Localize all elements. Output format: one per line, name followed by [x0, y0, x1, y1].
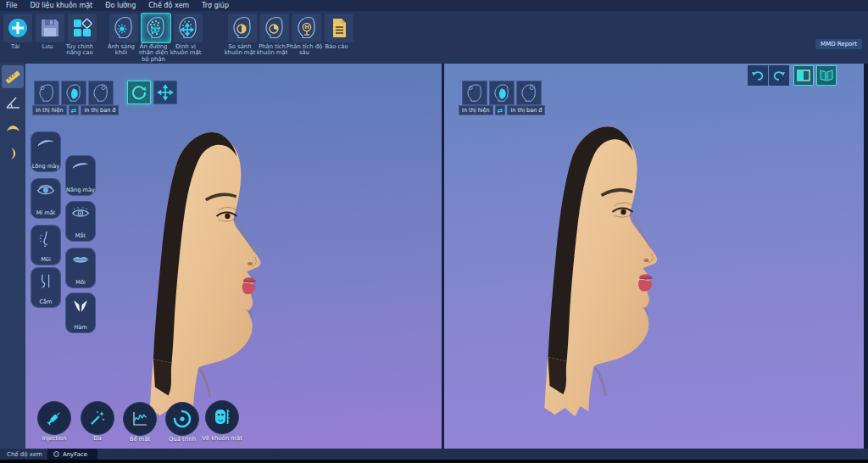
process-tool-button[interactable]	[165, 402, 199, 436]
menu-view-mode[interactable]: Chế độ xem	[148, 2, 189, 9]
feature-eye-button[interactable]: Mắt	[65, 201, 96, 242]
face-position-button[interactable]: Định vị khuôn mặt	[173, 14, 203, 63]
chin-icon	[37, 272, 54, 291]
swap-display-icon[interactable]: ⇄	[495, 105, 506, 115]
anyface-app-window: File Dữ liệu khuôn mặt Đo lường Chế độ x…	[0, 0, 868, 463]
face-compare-icon	[231, 15, 254, 41]
magic-wand-icon	[88, 409, 107, 427]
compare-face-button[interactable]: So sánh khuôn mặt	[227, 14, 257, 57]
jaw-icon	[70, 298, 91, 315]
report-button[interactable]: Báo cáo	[324, 14, 353, 57]
book-view-button[interactable]	[816, 65, 837, 86]
arc-measure-icon	[4, 120, 21, 137]
redo-button[interactable]	[769, 65, 789, 86]
rotate-tool-button[interactable]	[127, 81, 151, 104]
face-view-left-button[interactable]	[34, 81, 59, 105]
viewport-original[interactable]: In thị hiện ⇄ In thị ban đ	[444, 64, 864, 449]
feature-jaw-button[interactable]: Hàm	[65, 293, 96, 333]
toolbar-group-analysis: So sánh khuôn mặt Phân tích khuôn mặt H	[227, 14, 353, 57]
eyelid-icon	[36, 183, 56, 197]
feature-brow-lift-button[interactable]: Nâng mày	[65, 155, 96, 196]
skin-tool-button[interactable]	[81, 401, 114, 435]
main-toolbar: Tải Lưu Tùy chỉnh nâng cao	[0, 11, 868, 66]
mmd-report-button[interactable]: MMD Report	[815, 39, 862, 49]
split-view-icon	[796, 69, 811, 82]
report-document-icon	[328, 16, 350, 40]
ruler-icon	[4, 69, 21, 86]
menu-file[interactable]: File	[6, 2, 17, 9]
profile-right-icon	[519, 83, 539, 103]
face-view-right-button[interactable]	[88, 81, 114, 105]
face-view-left-button[interactable]	[462, 81, 487, 105]
split-view-button[interactable]	[793, 65, 814, 86]
face-view-toggle-group	[462, 81, 542, 105]
menu-help[interactable]: Trợ giúp	[202, 2, 229, 9]
menu-face-data[interactable]: Dữ liệu khuôn mặt	[30, 2, 92, 9]
menu-measure[interactable]: Đo lường	[105, 2, 136, 9]
undo-icon	[750, 69, 765, 82]
viewport-current[interactable]: In thị hiện ⇄ In thị ban đ	[25, 64, 442, 449]
toolbar-group-file: Tải Lưu Tùy chỉnh nâng cao	[3, 14, 97, 57]
advanced-custom-button[interactable]: Tùy chỉnh nâng cao	[67, 14, 97, 57]
eyebrow-icon	[36, 137, 56, 148]
ruler-tool-button[interactable]	[2, 65, 24, 88]
volume-lighting-button[interactable]: Ánh sáng khối	[108, 14, 138, 63]
face-front-active-icon	[492, 83, 512, 103]
swap-display-icon[interactable]: ⇄	[69, 105, 80, 115]
face-draw-label: Vẽ khuôn mặt	[198, 435, 246, 442]
feature-nose-button[interactable]: Mũi	[31, 225, 61, 265]
face-front-active-icon	[64, 83, 84, 103]
save-floppy-icon	[39, 17, 61, 39]
feature-lips-button[interactable]: Môi	[65, 248, 96, 288]
profile-left-icon	[36, 83, 57, 103]
feature-eyelid-button[interactable]: Mí mắt	[31, 178, 61, 219]
main-workspace: In thị hiện ⇄ In thị ban đ	[0, 64, 868, 449]
menu-bar: File Dữ liệu khuôn mặt Đo lường Chế độ x…	[0, 0, 868, 11]
show-original-chip[interactable]: In thị ban đ	[81, 105, 119, 115]
feature-eyebrow-button[interactable]: Lông mày	[31, 131, 61, 172]
rotate-icon	[131, 84, 147, 101]
analyze-face-button[interactable]: Phân tích khuôn mặt	[259, 14, 289, 57]
depth-analysis-button[interactable]: H Phân tích độ sâu	[292, 14, 321, 57]
bottom-black-strip	[0, 460, 868, 463]
face-lighting-icon	[112, 15, 136, 41]
move-tool-button[interactable]	[153, 81, 177, 104]
view-mode-label: Chế độ xem	[0, 451, 42, 458]
hide-landmark-lines-button[interactable]: Ẩn đường nhận diện bộ phận	[141, 14, 170, 63]
advanced-tiles-icon	[71, 17, 93, 39]
anyface-tab[interactable]: AnyFace	[47, 449, 97, 460]
arc-measure-tool-button[interactable]	[2, 116, 24, 139]
profile-right-icon	[91, 83, 111, 103]
load-plus-icon	[6, 16, 30, 40]
surface-label: Bề mặt	[116, 436, 164, 443]
eye-icon	[70, 206, 91, 220]
show-original-chip[interactable]: In thị ban đ	[507, 105, 545, 115]
anyface-tab-label: AnyFace	[63, 451, 87, 458]
surface-tool-button[interactable]	[123, 402, 157, 436]
face-view-right-button[interactable]	[516, 81, 542, 105]
lips-icon	[70, 253, 91, 266]
save-button[interactable]: Lưu	[35, 14, 64, 57]
face-draw-tool-button[interactable]	[205, 400, 239, 434]
display-mode-chips: In thị hiện ⇄ In thị ban đ	[459, 105, 545, 115]
face-view-front-button[interactable]	[61, 81, 86, 105]
profile-left-icon	[465, 83, 485, 103]
move-icon	[157, 84, 174, 101]
show-current-chip[interactable]: In thị hiện	[459, 105, 493, 115]
angle-tool-button[interactable]	[2, 91, 24, 114]
undo-button[interactable]	[748, 65, 768, 86]
layout-control-group	[793, 65, 837, 86]
show-current-chip[interactable]: In thị hiện	[32, 105, 67, 115]
depth-analyze-icon: H	[295, 15, 319, 41]
anyface-logo-icon	[53, 451, 59, 457]
injection-tool-button[interactable]	[37, 401, 71, 435]
waveform-icon	[131, 410, 149, 428]
transform-tool-group	[127, 81, 177, 104]
load-button[interactable]: Tải	[3, 14, 32, 57]
curve-measure-tool-button[interactable]	[2, 142, 24, 165]
brow-lift-icon	[70, 160, 91, 170]
face-landmarks-icon	[144, 15, 168, 41]
history-control-group	[748, 65, 789, 86]
face-view-front-button[interactable]	[489, 81, 515, 105]
feature-chin-button[interactable]: Cằm	[31, 267, 61, 308]
